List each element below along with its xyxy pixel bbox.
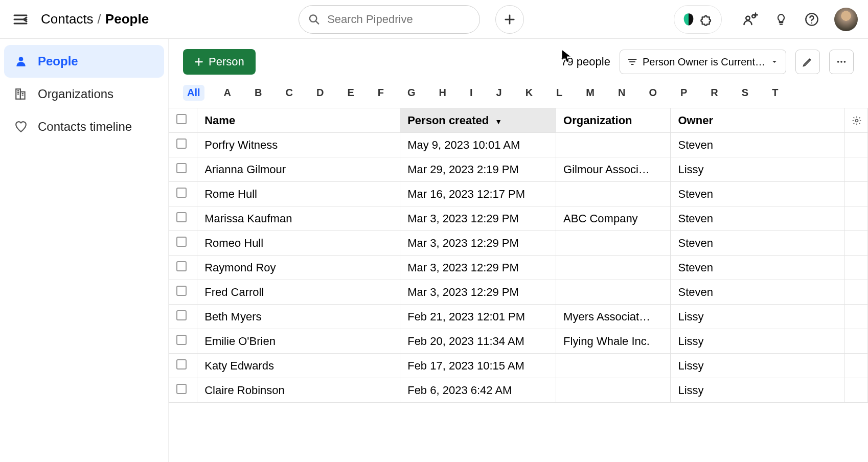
row-checkbox[interactable] bbox=[176, 359, 187, 369]
search-input[interactable] bbox=[326, 12, 470, 27]
breadcrumb-root[interactable]: Contacts bbox=[41, 11, 94, 27]
cell-owner[interactable]: Lissy bbox=[671, 354, 844, 378]
table-row[interactable]: Rome HullMar 16, 2023 12:17 PMSteven bbox=[169, 182, 868, 206]
alpha-letter-o[interactable]: O bbox=[645, 85, 661, 101]
column-organization[interactable]: Organization bbox=[556, 108, 671, 133]
alpha-all[interactable]: All bbox=[183, 85, 204, 101]
cell-name[interactable]: Marissa Kaufman bbox=[197, 206, 400, 231]
table-row[interactable]: Arianna GilmourMar 29, 2023 2:19 PMGilmo… bbox=[169, 157, 868, 182]
cell-name[interactable]: Romeo Hull bbox=[197, 231, 400, 256]
table-row[interactable]: Emilie O'BrienFeb 20, 2023 11:34 AMFlyin… bbox=[169, 329, 868, 354]
cell-organization[interactable] bbox=[556, 256, 671, 280]
row-checkbox[interactable] bbox=[176, 212, 187, 222]
cell-name[interactable]: Fred Carroll bbox=[197, 280, 400, 305]
alpha-letter-k[interactable]: K bbox=[521, 85, 537, 101]
table-row[interactable]: Porfry WitnessMay 9, 2023 10:01 AMSteven bbox=[169, 133, 868, 157]
cell-owner[interactable]: Lissy bbox=[671, 378, 844, 403]
column-owner[interactable]: Owner bbox=[671, 108, 844, 133]
user-avatar[interactable] bbox=[834, 8, 858, 31]
alpha-letter-g[interactable]: G bbox=[403, 85, 420, 101]
cell-name[interactable]: Arianna Gilmour bbox=[197, 157, 400, 182]
cell-owner[interactable]: Lissy bbox=[671, 329, 844, 354]
cell-name[interactable]: Katy Edwards bbox=[197, 354, 400, 378]
table-row[interactable]: Katy EdwardsFeb 17, 2023 10:15 AMLissy bbox=[169, 354, 868, 378]
add-person-button[interactable]: Person bbox=[183, 49, 256, 75]
cell-organization[interactable] bbox=[556, 378, 671, 403]
column-settings[interactable] bbox=[844, 108, 867, 133]
sidebar-item-timeline[interactable]: Contacts timeline bbox=[4, 110, 164, 143]
row-checkbox[interactable] bbox=[176, 384, 187, 394]
cell-name[interactable]: Claire Robinson bbox=[197, 378, 400, 403]
cell-organization[interactable]: ABC Company bbox=[556, 206, 671, 231]
cell-organization[interactable]: Myers Associat… bbox=[556, 305, 671, 329]
cell-organization[interactable] bbox=[556, 133, 671, 157]
help-button[interactable] bbox=[804, 11, 820, 28]
cell-owner[interactable]: Steven bbox=[671, 206, 844, 231]
cell-owner[interactable]: Steven bbox=[671, 133, 844, 157]
table-row[interactable]: Raymond RoyMar 3, 2023 12:29 PMSteven bbox=[169, 256, 868, 280]
cell-organization[interactable] bbox=[556, 231, 671, 256]
table-row[interactable]: Marissa KaufmanMar 3, 2023 12:29 PMABC C… bbox=[169, 206, 868, 231]
row-select-cell[interactable] bbox=[169, 206, 197, 231]
row-checkbox[interactable] bbox=[176, 138, 187, 149]
cell-organization[interactable]: Gilmour Associ… bbox=[556, 157, 671, 182]
cell-organization[interactable] bbox=[556, 280, 671, 305]
cell-organization[interactable]: Flying Whale Inc. bbox=[556, 329, 671, 354]
row-select-cell[interactable] bbox=[169, 133, 197, 157]
alpha-letter-b[interactable]: B bbox=[250, 85, 266, 101]
table-row[interactable]: Claire RobinsonFeb 6, 2023 6:42 AMLissy bbox=[169, 378, 868, 403]
sidebar-item-organizations[interactable]: Organizations bbox=[4, 78, 164, 110]
row-select-cell[interactable] bbox=[169, 378, 197, 403]
row-checkbox[interactable] bbox=[176, 286, 187, 296]
alpha-letter-m[interactable]: M bbox=[582, 85, 599, 101]
cell-owner[interactable]: Steven bbox=[671, 256, 844, 280]
alpha-letter-t[interactable]: T bbox=[768, 85, 782, 101]
row-checkbox[interactable] bbox=[176, 237, 187, 247]
alpha-letter-d[interactable]: D bbox=[312, 85, 328, 101]
alpha-letter-c[interactable]: C bbox=[281, 85, 296, 101]
alpha-letter-l[interactable]: L bbox=[552, 85, 566, 101]
alpha-letter-a[interactable]: A bbox=[220, 85, 235, 101]
row-select-cell[interactable] bbox=[169, 280, 197, 305]
alpha-letter-e[interactable]: E bbox=[343, 85, 358, 101]
more-options-button[interactable] bbox=[829, 50, 854, 74]
column-created[interactable]: Person created ▼ bbox=[400, 108, 556, 133]
alpha-letter-j[interactable]: J bbox=[492, 85, 506, 101]
row-checkbox[interactable] bbox=[176, 188, 187, 198]
alpha-letter-f[interactable]: F bbox=[374, 85, 388, 101]
cell-owner[interactable]: Lissy bbox=[671, 157, 844, 182]
cell-name[interactable]: Porfry Witness bbox=[197, 133, 400, 157]
alpha-letter-i[interactable]: I bbox=[466, 85, 477, 101]
cell-organization[interactable] bbox=[556, 182, 671, 206]
row-checkbox[interactable] bbox=[176, 335, 187, 345]
row-checkbox[interactable] bbox=[176, 261, 187, 271]
row-select-cell[interactable] bbox=[169, 256, 197, 280]
row-select-cell[interactable] bbox=[169, 329, 197, 354]
row-select-cell[interactable] bbox=[169, 157, 197, 182]
search-container[interactable] bbox=[299, 5, 480, 34]
cell-owner[interactable]: Steven bbox=[671, 182, 844, 206]
sales-assistant-button[interactable] bbox=[674, 5, 722, 34]
table-row[interactable]: Romeo HullMar 3, 2023 12:29 PMSteven bbox=[169, 231, 868, 256]
alpha-letter-h[interactable]: H bbox=[435, 85, 450, 101]
cell-owner[interactable]: Lissy bbox=[671, 305, 844, 329]
tips-button[interactable] bbox=[773, 11, 789, 28]
select-all-header[interactable] bbox=[169, 108, 197, 133]
cell-name[interactable]: Raymond Roy bbox=[197, 256, 400, 280]
cell-name[interactable]: Emilie O'Brien bbox=[197, 329, 400, 354]
select-all-checkbox[interactable] bbox=[176, 114, 187, 124]
alpha-letter-s[interactable]: S bbox=[738, 85, 752, 101]
cell-organization[interactable] bbox=[556, 354, 671, 378]
table-row[interactable]: Beth MyersFeb 21, 2023 12:01 PMMyers Ass… bbox=[169, 305, 868, 329]
row-select-cell[interactable] bbox=[169, 305, 197, 329]
invite-users-button[interactable] bbox=[742, 11, 759, 28]
alpha-letter-n[interactable]: N bbox=[614, 85, 629, 101]
column-name[interactable]: Name bbox=[197, 108, 400, 133]
add-button[interactable] bbox=[495, 5, 524, 34]
row-select-cell[interactable] bbox=[169, 231, 197, 256]
row-checkbox[interactable] bbox=[176, 310, 187, 320]
alpha-letter-p[interactable]: P bbox=[676, 85, 691, 101]
filter-dropdown[interactable]: Person Owner is Current… bbox=[620, 50, 786, 74]
edit-columns-button[interactable] bbox=[795, 50, 820, 74]
table-row[interactable]: Fred CarrollMar 3, 2023 12:29 PMSteven bbox=[169, 280, 868, 305]
